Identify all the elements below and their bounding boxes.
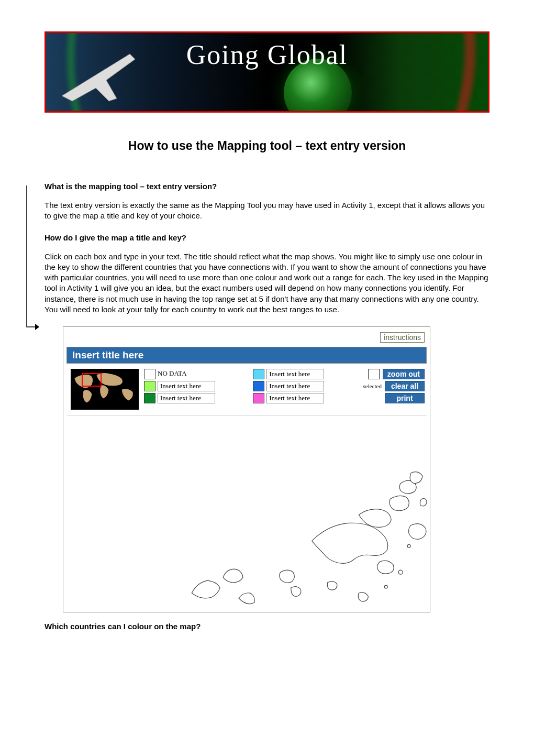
page-title: How to use the Mapping tool – text entry… <box>44 139 490 153</box>
section-body-what-is: The text entry version is exactly the sa… <box>44 200 490 222</box>
selected-color-swatch <box>368 369 380 379</box>
map-title-input[interactable]: Insert title here <box>66 347 427 364</box>
key-label-nodata: NO DATA <box>158 369 187 379</box>
swatch-nodata[interactable] <box>144 369 155 379</box>
minimap-viewport[interactable] <box>82 373 102 387</box>
swatch-blue[interactable] <box>253 381 264 391</box>
key-input-3[interactable]: Insert text here <box>266 369 324 379</box>
swatch-green[interactable] <box>144 393 155 403</box>
section-heading-which-countries: Which countries can I colour on the map? <box>44 622 490 631</box>
print-button[interactable]: print <box>385 393 425 403</box>
svg-point-2 <box>407 544 410 547</box>
key-input-2[interactable]: Insert text here <box>158 393 215 403</box>
zoom-out-button[interactable]: zoom out <box>383 369 425 379</box>
key-input-1[interactable]: Insert text here <box>158 381 215 391</box>
swatch-cyan[interactable] <box>253 369 264 379</box>
header-banner: Going Global <box>44 31 490 113</box>
map-canvas[interactable] <box>66 415 427 609</box>
svg-point-0 <box>398 570 403 574</box>
instructions-button[interactable]: instructions <box>380 332 425 343</box>
swatch-pink[interactable] <box>253 393 264 403</box>
pointer-arrow <box>21 185 44 335</box>
minimap[interactable] <box>71 369 139 410</box>
clear-all-button[interactable]: clear all <box>385 381 425 391</box>
section-heading-what-is: What is the mapping tool – text entry ve… <box>44 182 490 191</box>
key-input-4[interactable]: Insert text here <box>266 381 324 391</box>
key-input-5[interactable]: Insert text here <box>266 393 324 403</box>
selected-label: selected <box>363 383 382 389</box>
mapping-tool-screenshot: instructions Insert title here <box>63 326 430 612</box>
section-body-how-title-key: Click on each box and type in your text.… <box>44 251 490 315</box>
banner-title: Going Global <box>46 39 488 70</box>
swatch-lime[interactable] <box>144 381 155 391</box>
section-heading-how-title-key: How do I give the map a title and key? <box>44 233 490 242</box>
svg-point-1 <box>384 585 387 588</box>
